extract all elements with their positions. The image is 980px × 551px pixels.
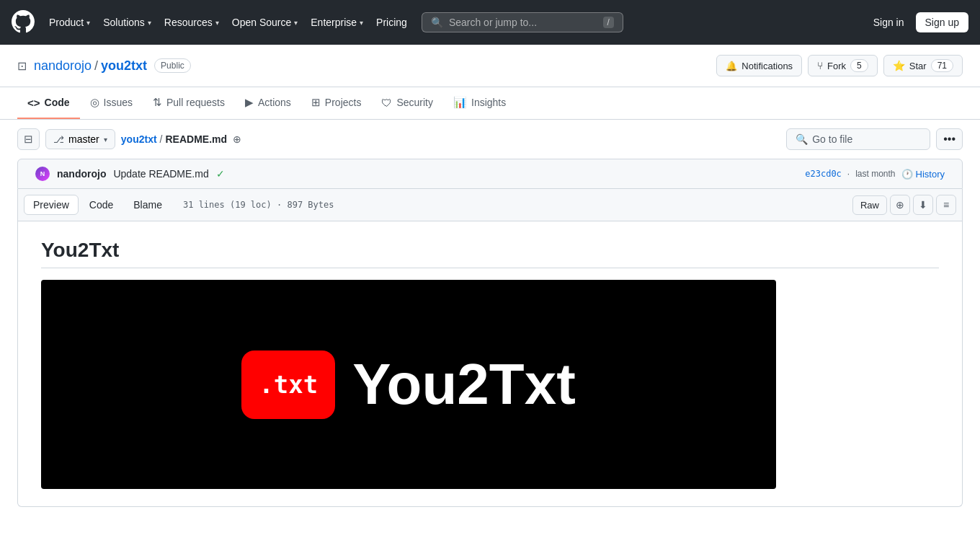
search-icon: 🔍 — [431, 17, 443, 28]
history-icon: 🕐 — [901, 169, 913, 180]
tab-actions[interactable]: ▶ Actions — [235, 87, 301, 119]
sign-in-button[interactable]: Sign in — [868, 13, 910, 32]
file-view-header: Preview Code Blame 31 lines (19 loc) · 8… — [17, 189, 963, 221]
copy-path-button[interactable]: ⊕ — [230, 132, 244, 146]
commit-sha-link[interactable]: e23cd0c — [805, 169, 842, 179]
file-toolbar: ⊟ ⎇ master ▾ you2txt / README.md ⊕ 🔍 Go … — [0, 120, 980, 159]
nav-solutions[interactable]: Solutions ▾ — [97, 12, 157, 32]
tab-projects[interactable]: ⊞ Projects — [301, 87, 372, 119]
commit-row: N nandorojo Update README.md ✓ e23cd0c ·… — [17, 159, 963, 189]
nav-product[interactable]: Product ▾ — [43, 12, 96, 32]
commit-meta: e23cd0c · last month 🕐 History — [805, 169, 945, 180]
pr-icon: ⇅ — [153, 96, 162, 109]
history-label: History — [916, 169, 945, 180]
repo-owner-link[interactable]: nandorojo — [34, 58, 92, 74]
nav-pricing[interactable]: Pricing — [370, 12, 413, 32]
tab-pull-requests[interactable]: ⇅ Pull requests — [143, 87, 235, 119]
author-avatar: N — [35, 167, 50, 181]
list-view-button[interactable]: ≡ — [936, 195, 956, 215]
breadcrumb-current-file: README.md — [165, 133, 227, 145]
star-icon: ⭐ — [893, 60, 905, 71]
commit-author-link[interactable]: nandorojo — [57, 168, 106, 180]
more-options-button[interactable]: ••• — [936, 128, 963, 150]
commit-message-text: Update README.md — [113, 168, 208, 180]
readme-title: You2Txt — [41, 239, 939, 268]
goto-file-button[interactable]: 🔍 Go to file — [786, 128, 930, 150]
tab-issues[interactable]: ◎ Issues — [80, 87, 143, 119]
fork-button[interactable]: ⑂ Fork 5 — [808, 55, 878, 76]
repo-actions: 🔔 Notifications ⑂ Fork 5 ⭐ Star 71 — [716, 55, 963, 76]
notifications-button[interactable]: 🔔 Notifications — [716, 55, 802, 76]
fork-icon: ⑂ — [817, 60, 823, 71]
actions-icon: ▶ — [245, 96, 254, 109]
nav-enterprise[interactable]: Enterprise ▾ — [305, 12, 369, 32]
tab-code[interactable]: <> Code — [17, 87, 80, 119]
code-icon: <> — [27, 97, 40, 109]
repo-path: nandorojo / you2txt — [34, 58, 147, 74]
star-count: 71 — [931, 59, 953, 72]
github-logo[interactable] — [12, 10, 35, 35]
download-button[interactable]: ⬇ — [913, 195, 933, 215]
branch-icon: ⎇ — [53, 134, 64, 145]
blame-tab[interactable]: Blame — [124, 195, 172, 215]
fork-label: Fork — [827, 61, 846, 71]
repo-type-icon: ⊡ — [17, 59, 27, 73]
code-tab[interactable]: Code — [80, 195, 122, 215]
preview-tab[interactable]: Preview — [24, 195, 79, 215]
commit-time: last month — [855, 169, 895, 179]
insights-icon: 📊 — [453, 96, 467, 109]
security-icon: 🛡 — [381, 97, 392, 109]
readme-logo-image: .txt You2Txt — [41, 280, 776, 489]
sign-up-button[interactable]: Sign up — [916, 12, 968, 32]
star-button[interactable]: ⭐ Star 71 — [883, 55, 963, 76]
slash-badge: / — [603, 17, 614, 28]
search-bar[interactable]: 🔍 Search or jump to... / — [422, 12, 623, 32]
fork-count: 5 — [850, 59, 868, 72]
repo-tabs: <> Code ◎ Issues ⇅ Pull requests ▶ Actio… — [0, 87, 980, 120]
issues-icon: ◎ — [90, 96, 99, 109]
file-content: You2Txt .txt You2Txt — [17, 221, 963, 507]
yt-brand-text: You2Txt — [352, 351, 576, 418]
notifications-label: Notifications — [741, 61, 793, 71]
more-dots-icon: ••• — [943, 133, 956, 146]
repo-path-slash: / — [94, 58, 98, 74]
branch-selector[interactable]: ⎇ master ▾ — [45, 129, 115, 149]
commit-status-check: ✓ — [216, 168, 225, 180]
file-info: 31 lines (19 loc) · 897 Bytes — [183, 200, 334, 210]
yt-txt-label: .txt — [259, 370, 318, 399]
star-label: Star — [909, 61, 927, 71]
raw-button[interactable]: Raw — [852, 195, 887, 215]
history-link[interactable]: 🕐 History — [901, 169, 945, 180]
tab-security[interactable]: 🛡 Security — [371, 87, 443, 119]
breadcrumb: you2txt / README.md ⊕ — [121, 132, 244, 146]
top-nav: Product ▾ Solutions ▾ Resources ▾ Open S… — [0, 0, 980, 45]
actions-label: Actions — [258, 97, 291, 108]
nav-items: Product ▾ Solutions ▾ Resources ▾ Open S… — [43, 12, 413, 32]
breadcrumb-separator: / — [160, 133, 163, 145]
insights-label: Insights — [471, 97, 506, 108]
branch-name: master — [68, 133, 99, 145]
sidebar-icon: ⊟ — [24, 133, 33, 146]
breadcrumb-repo-link[interactable]: you2txt — [121, 133, 157, 145]
main-content: ⊡ nandorojo / you2txt Public 🔔 Notificat… — [0, 45, 980, 551]
yt-red-box: .txt — [241, 351, 335, 419]
sidebar-toggle-button[interactable]: ⊟ — [17, 128, 40, 150]
repo-header: ⊡ nandorojo / you2txt Public 🔔 Notificat… — [0, 45, 980, 87]
file-view-tabs: Preview Code Blame — [24, 195, 172, 215]
branch-chevron: ▾ — [104, 136, 107, 144]
tab-insights[interactable]: 📊 Insights — [443, 87, 516, 119]
header-actions: Sign in Sign up — [868, 12, 968, 32]
copy-content-button[interactable]: ⊕ — [890, 195, 910, 215]
search-placeholder: Search or jump to... — [449, 17, 597, 28]
nav-open-source[interactable]: Open Source ▾ — [226, 12, 304, 32]
bell-icon: 🔔 — [726, 61, 737, 71]
nav-resources[interactable]: Resources ▾ — [159, 12, 225, 32]
file-action-buttons: Raw ⊕ ⬇ ≡ — [852, 195, 956, 215]
security-label: Security — [396, 97, 433, 108]
repo-name-link[interactable]: you2txt — [101, 58, 147, 74]
visibility-badge: Public — [154, 58, 191, 73]
projects-icon: ⊞ — [311, 96, 321, 109]
commit-dot: · — [847, 169, 850, 179]
goto-search-icon: 🔍 — [796, 133, 808, 145]
goto-file-label: Go to file — [812, 133, 852, 145]
